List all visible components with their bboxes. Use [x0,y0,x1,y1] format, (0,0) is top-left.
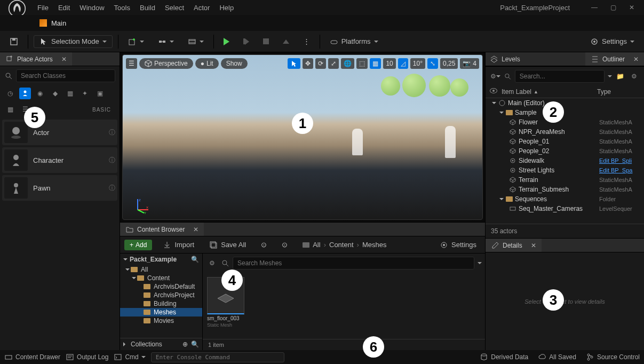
actor-item[interactable]: Actor ⓘ [2,120,117,145]
console-input[interactable] [151,352,284,362]
cinematics-button[interactable] [184,35,208,48]
import-button[interactable]: Import [158,239,198,251]
crumb-meshes[interactable]: Meshes [362,241,387,249]
select-tool-button[interactable] [288,58,300,69]
save-all-button[interactable]: Save All [205,239,250,251]
close-icon[interactable]: ✕ [633,56,639,63]
lit-button[interactable]: ●Lit [195,58,219,69]
add-button[interactable]: + Add [124,240,152,250]
tree-folder-row[interactable]: Movies [120,316,202,325]
actor-row[interactable]: Terrain_SubmeshStaticMeshA [486,185,644,194]
angle-snap-button[interactable]: ◿ [398,58,408,69]
menu-help[interactable]: Help [219,4,234,12]
actor-row[interactable]: SidewalkEdit BP_Spli [486,156,644,165]
collections-header[interactable]: Collections⊕🔍 [120,338,202,350]
folder-row[interactable]: SequencesFolder [486,194,644,204]
cmd-selector[interactable]: Cmd [114,353,145,361]
actor-row[interactable]: Street LightsEdit BP_Spa [486,165,644,175]
scale-tool-button[interactable]: ⤢ [328,58,339,69]
volumes-category-button[interactable]: ▣ [94,88,106,99]
actor-row[interactable]: NPR_AreaMeshStaticMeshA [486,127,644,137]
close-icon[interactable]: ✕ [629,4,634,11]
minimize-icon[interactable]: — [591,4,598,11]
camera-speed-button[interactable]: 📷 4 [460,58,479,69]
perspective-button[interactable]: Perspective [139,58,193,69]
surface-snap-button[interactable]: ⬚ [356,58,368,69]
saved-status[interactable]: All Saved [538,353,576,361]
mode-selector[interactable]: Selection Mode [34,35,113,48]
cinematic-category-button[interactable]: ▦ [64,88,76,99]
content-browser-tab[interactable]: Content Browser ✕ [120,223,204,236]
lights-category-button[interactable]: ◉ [34,88,46,99]
outliner-settings-button[interactable]: ⚙ [629,70,640,82]
asset-search[interactable] [233,257,474,270]
grid-view-button[interactable]: ▦ [4,104,16,115]
output-log-button[interactable]: Output Log [66,353,108,361]
rotate-tool-button[interactable]: ⟳ [315,58,326,69]
type-column[interactable]: Type [597,88,640,96]
asset-grid[interactable]: sm_floor_003 Static Mesh [203,273,485,339]
outliner-tree[interactable]: Main (Editor) Sample FlowerStaticMeshANP… [486,98,644,224]
tree-folder-row[interactable]: Content [120,274,202,282]
tree-folder-row[interactable]: All [120,265,202,274]
tree-folder-row[interactable]: Building [120,299,202,308]
menu-build[interactable]: Build [140,4,155,12]
add-icon[interactable]: ⊕ [182,341,188,348]
eject-button[interactable] [279,37,293,46]
crumb-content[interactable]: Content [329,241,354,249]
world-local-button[interactable]: 🌐 [341,58,354,69]
play-options-button[interactable]: ⋮ [299,35,314,48]
place-actors-tab[interactable]: Place Actors ✕ [0,52,72,66]
save-button[interactable] [5,35,22,48]
menu-select[interactable]: Select [165,4,184,12]
details-tab[interactable]: Details ✕ [486,239,542,252]
help-icon[interactable]: ⓘ [109,128,115,137]
levels-tab[interactable]: Levels [486,55,585,64]
derived-data-button[interactable]: Derived Data [480,353,528,361]
close-icon[interactable]: ✕ [61,56,67,63]
blueprints-button[interactable] [154,35,178,48]
content-drawer-button[interactable]: Content Drawer [4,353,60,361]
cb-settings-button[interactable]: Settings [435,239,481,251]
vfx-category-button[interactable]: ✦ [79,88,91,99]
tree-folder-row[interactable]: ArchvisProject [120,291,202,299]
stop-button[interactable] [259,36,273,46]
menu-window[interactable]: Window [79,4,104,12]
basic-category-button[interactable] [19,88,31,99]
history-back-button[interactable]: ⊙ [257,239,271,251]
add-content-button[interactable] [124,35,148,48]
viewport[interactable]: ☰ Perspective ●Lit Show ✥ ⟳ ⤢ 🌐 ⬚ ▦ 10 ◿… [122,54,483,220]
character-item[interactable]: Character ⓘ [2,147,117,173]
grid-snap-value[interactable]: 10 [383,58,395,69]
visibility-column-icon[interactable] [490,88,497,93]
platforms-button[interactable]: Platforms [325,35,383,48]
search-icon[interactable]: 🔍 [191,256,199,263]
play-button[interactable] [219,36,234,48]
menu-file[interactable]: File [37,4,49,12]
close-icon[interactable]: ✕ [193,226,198,233]
actor-row[interactable]: TerrainStaticMeshA [486,175,644,185]
menu-tools[interactable]: Tools [114,4,130,12]
crumb-all[interactable]: All [313,241,320,249]
close-icon[interactable]: ✕ [531,242,536,249]
help-icon[interactable]: ⓘ [109,184,115,193]
scale-snap-button[interactable]: ⤡ [427,58,438,69]
actor-row[interactable]: FlowerStaticMeshA [486,117,644,127]
recent-category-button[interactable]: ◷ [4,88,16,99]
help-icon[interactable]: ⓘ [109,156,115,165]
place-actors-search[interactable] [16,69,115,82]
pawn-item[interactable]: Pawn ⓘ [2,175,117,201]
tree-folder-row[interactable]: Meshes [120,308,202,316]
chevron-down-icon[interactable] [608,75,612,80]
maximize-icon[interactable]: ▢ [610,4,616,11]
history-forward-button[interactable]: ⊙ [277,239,292,251]
outliner-search[interactable] [515,70,605,83]
chevron-down-icon[interactable] [478,262,482,266]
show-button[interactable]: Show [221,58,248,69]
folder-row[interactable]: Sample [486,108,644,117]
source-control-button[interactable]: Source Control [586,353,640,361]
search-icon[interactable]: 🔍 [191,341,199,348]
source-tree-header[interactable]: Packt_Example🔍 [120,254,202,265]
actor-row[interactable]: People_02StaticMeshA [486,146,644,156]
viewport-menu-button[interactable]: ☰ [126,58,137,69]
